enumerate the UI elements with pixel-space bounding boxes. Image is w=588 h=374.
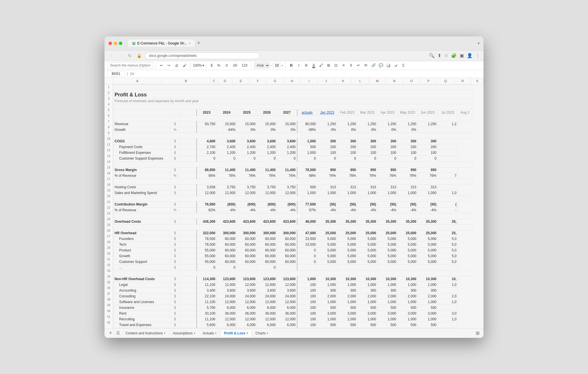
grid-cell[interactable]: Travel and Expenses [113, 322, 171, 328]
grid-cell[interactable]: 78,500 [197, 242, 217, 247]
font-size-decrease-icon[interactable]: − [270, 64, 272, 67]
grid-cell[interactable]: 95% [197, 173, 217, 179]
tab-close-icon[interactable]: × [189, 42, 191, 45]
grid-cell[interactable]: 100 [297, 288, 317, 293]
grid-cell[interactable]: actuals [297, 110, 317, 115]
grid-cell[interactable]: 5,000 [398, 236, 418, 242]
grid-cell[interactable]: 500 [337, 305, 357, 311]
col-header-n[interactable]: N [386, 78, 403, 84]
grid-cell[interactable]: Sales and Marketing Spend [113, 190, 171, 196]
grid-cell[interactable]: 76% [277, 173, 297, 179]
grid-cell[interactable]: 60,000 [217, 247, 237, 253]
grid-cell[interactable]: 500 [297, 144, 317, 150]
grid-cell[interactable]: (50) [317, 201, 337, 207]
grid-cell[interactable]: 0% [337, 127, 357, 133]
grid-cell[interactable]: 100 [418, 150, 438, 156]
grid-cell[interactable]: Growth [113, 253, 171, 259]
grid-cell[interactable]: $ [171, 282, 179, 288]
grid-cell[interactable]: 6,000 [277, 305, 297, 311]
grid-cell[interactable]: 313 [418, 184, 438, 190]
grid-cell[interactable]: % [171, 173, 179, 179]
col-header-c[interactable]: C [210, 78, 218, 84]
grid-cell[interactable] [438, 265, 458, 270]
grid-cell[interactable]: 76% [378, 173, 398, 179]
col-header-h[interactable]: H [284, 78, 301, 84]
grid-cell[interactable]: Jun 2023 [418, 110, 438, 115]
grid-cell[interactable]: $ [171, 167, 179, 173]
grid-cell[interactable]: 1,000 [398, 316, 418, 322]
grid-cell[interactable]: 500 [418, 322, 438, 328]
grid-cell[interactable]: 76% [237, 173, 257, 179]
grid-cell[interactable]: 1,000 [317, 282, 337, 288]
col-header-f[interactable]: F [249, 78, 266, 84]
grid-cell[interactable]: 5,000 [418, 247, 438, 253]
grid-cell[interactable] [113, 84, 472, 90]
grid-cell[interactable]: 6,000 [277, 322, 297, 328]
grid-cell[interactable] [378, 265, 398, 270]
grid-cell[interactable]: 3,600 [277, 288, 297, 293]
grid-cell[interactable] [438, 184, 458, 190]
grid-cell[interactable]: Founders [113, 236, 171, 242]
grid-cell[interactable]: 436,300 [197, 219, 217, 224]
grid-cell[interactable]: 5,700 [197, 305, 217, 311]
grid-cell[interactable]: 200 [297, 305, 317, 311]
redo-button[interactable]: ↪ [166, 63, 172, 68]
grid-cell[interactable]: 24,000 [217, 293, 237, 299]
grid-cell[interactable]: 60,000 [217, 253, 237, 259]
grid-cell[interactable]: 5,000 [337, 236, 357, 242]
grid-cell[interactable]: 1,250 [398, 121, 418, 127]
grid-cell[interactable]: 3,600 [237, 288, 257, 293]
grid-cell[interactable] [438, 288, 458, 293]
grid-cell[interactable]: 12,000 [217, 190, 237, 196]
forward-button[interactable]: › [117, 52, 124, 59]
grid-cell[interactable]: 5,000 [317, 259, 337, 265]
grid-cell[interactable]: 3,750 [237, 184, 257, 190]
grid-cell[interactable]: $ [171, 201, 179, 207]
url-bar[interactable]: docs.google.com/spreadsheets [145, 52, 260, 59]
grid-cell[interactable]: 500 [357, 322, 378, 328]
grid-cell[interactable]: 12,000 [197, 190, 217, 196]
grid-cell[interactable]: $ [171, 138, 179, 144]
grid-cell[interactable] [237, 265, 257, 270]
grid-cell[interactable] [179, 167, 197, 173]
grid-cell[interactable]: 0% [237, 127, 257, 133]
sheet-tab-actuals[interactable]: Actuals ▾ [199, 330, 220, 337]
grid-cell[interactable]: 1,250 [337, 121, 357, 127]
grid-cell[interactable]: 1,200 [277, 150, 297, 156]
grid-cell[interactable]: 300 [378, 138, 398, 144]
grid-cell[interactable]: (600) [237, 201, 257, 207]
grid-cell[interactable]: 78,500 [197, 236, 217, 242]
new-tab-button[interactable]: + [195, 39, 203, 47]
grid-cell[interactable]: 1,0 [438, 282, 458, 288]
grid-cell[interactable]: 76% [317, 173, 337, 179]
grid-cell[interactable]: Consulting [113, 293, 171, 299]
grid-cell[interactable]: 25, [438, 230, 458, 236]
col-header-e[interactable]: E [233, 78, 249, 84]
grid-cell[interactable]: 100 [297, 316, 317, 322]
grid-cell[interactable] [438, 322, 458, 328]
grid-cell[interactable]: 60,000 [257, 236, 277, 242]
grid-cell[interactable]: 100 [297, 299, 317, 305]
grid-cell[interactable]: 1,000 [317, 316, 337, 322]
grid-cell[interactable]: 6,000 [237, 322, 257, 328]
chart-button[interactable]: 📊 [385, 62, 392, 69]
grid-cell[interactable] [179, 259, 197, 265]
menu-icon[interactable]: ⋮ [475, 53, 480, 58]
grid-cell[interactable]: 98% [297, 173, 317, 179]
grid-cell[interactable]: 15,000 [217, 121, 237, 127]
grid-cell[interactable]: 5,600 [197, 322, 217, 328]
function-button[interactable]: Σ [400, 62, 407, 69]
grid-cell[interactable]: 3,000 [317, 311, 337, 316]
grid-cell[interactable]: 3,600 [237, 138, 257, 144]
col-header-q[interactable]: Q [437, 78, 454, 84]
grid-cell[interactable]: 60,000 [257, 247, 277, 253]
grid-cell[interactable]: $ [171, 305, 179, 311]
grid-cell[interactable]: 11,400 [257, 167, 277, 173]
grid-cell[interactable]: 2,400 [257, 144, 277, 150]
grid-cell[interactable] [438, 127, 458, 133]
grid-cell[interactable]: 423,600 [217, 219, 237, 224]
grid-cell[interactable] [179, 322, 197, 328]
grid-cell[interactable]: $ [171, 190, 179, 196]
italic-button[interactable]: I [296, 62, 302, 69]
grid-cell[interactable]: -4% [418, 207, 438, 213]
